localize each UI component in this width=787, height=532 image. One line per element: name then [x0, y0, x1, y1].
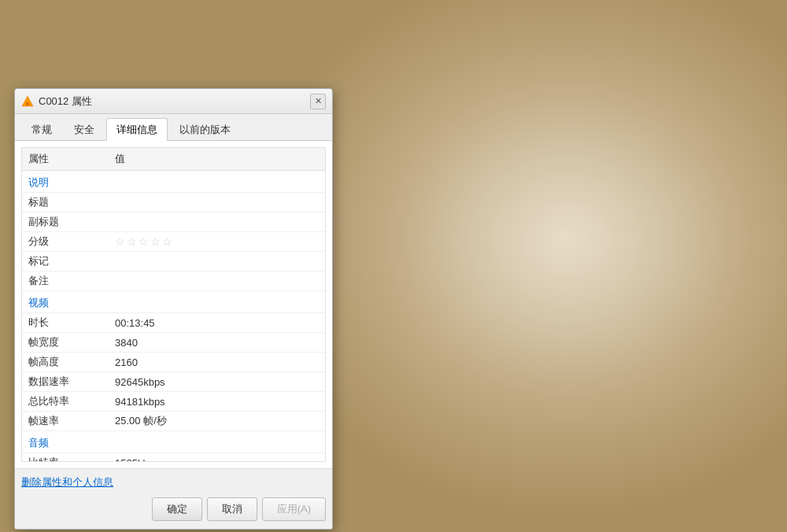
row-title: 标题 — [22, 193, 325, 212]
label-framewidth: 帧宽度 — [22, 333, 109, 353]
row-notes: 备注 — [22, 272, 325, 291]
label-tags: 标记 — [22, 252, 109, 272]
label-bitrate: 比特率 — [22, 453, 109, 463]
label-title: 标题 — [22, 193, 109, 212]
tab-versions[interactable]: 以前的版本 — [169, 118, 241, 141]
close-button[interactable]: ✕ — [310, 94, 326, 109]
tab-general[interactable]: 常规 — [21, 118, 62, 141]
apply-button[interactable]: 应用(A) — [262, 497, 326, 521]
label-duration: 时长 — [22, 313, 109, 333]
button-row: 确定 取消 应用(A) — [21, 497, 326, 521]
tab-security[interactable]: 安全 — [64, 118, 105, 141]
properties-window: C0012 属性 ✕ 常规 安全 详细信息 以前的版本 属性 值 说明 — [14, 88, 333, 530]
value-framewidth: 3840 — [109, 333, 325, 353]
value-frameheight: 2160 — [109, 353, 325, 372]
title-bar-left: C0012 属性 — [21, 94, 92, 109]
row-framerate: 帧速率 25.00 帧/秒 — [22, 412, 325, 431]
value-bitrate: 1535kbps — [109, 453, 325, 463]
value-duration: 00:13:45 — [109, 313, 325, 333]
details-table-container[interactable]: 属性 值 说明 标题 副标题 — [21, 147, 326, 462]
section-description-label: 说明 — [22, 171, 109, 193]
label-frameheight: 帧高度 — [22, 353, 109, 372]
value-subtitle — [109, 212, 325, 232]
ok-button[interactable]: 确定 — [152, 497, 202, 521]
svg-rect-1 — [26, 102, 29, 105]
label-totalbitrate: 总比特率 — [22, 392, 109, 412]
value-framerate: 25.00 帧/秒 — [109, 412, 325, 431]
row-frameheight: 帧高度 2160 — [22, 353, 325, 372]
section-video-label: 视频 — [22, 291, 109, 313]
section-audio: 音频 — [22, 431, 325, 453]
window-title: C0012 属性 — [39, 94, 92, 109]
value-rating: ☆☆☆☆☆ — [109, 232, 325, 252]
label-notes: 备注 — [22, 272, 109, 291]
row-rating: 分级 ☆☆☆☆☆ — [22, 232, 325, 252]
col-property-header: 属性 — [22, 148, 109, 171]
section-description: 说明 — [22, 171, 325, 193]
row-tags: 标记 — [22, 252, 325, 272]
value-datarate: 92645kbps — [109, 372, 325, 392]
value-totalbitrate: 94181kbps — [109, 392, 325, 412]
title-bar: C0012 属性 ✕ — [15, 89, 332, 114]
label-framerate: 帧速率 — [22, 412, 109, 431]
content-area: 属性 值 说明 标题 副标题 — [15, 141, 332, 468]
section-video: 视频 — [22, 291, 325, 313]
value-title — [109, 193, 325, 212]
row-subtitle: 副标题 — [22, 212, 325, 232]
row-framewidth: 帧宽度 3840 — [22, 333, 325, 353]
value-notes — [109, 272, 325, 291]
row-bitrate: 比特率 1535kbps — [22, 453, 325, 463]
details-table: 属性 值 说明 标题 副标题 — [22, 148, 325, 462]
cancel-button[interactable]: 取消 — [207, 497, 257, 521]
bottom-area: 删除属性和个人信息 确定 取消 应用(A) — [15, 468, 332, 529]
tab-bar: 常规 安全 详细信息 以前的版本 — [15, 114, 332, 141]
section-audio-label: 音频 — [22, 431, 109, 453]
value-tags — [109, 252, 325, 272]
delete-properties-link[interactable]: 删除属性和个人信息 — [21, 474, 326, 491]
label-rating: 分级 — [22, 232, 109, 252]
col-value-header: 值 — [109, 148, 325, 171]
tab-details[interactable]: 详细信息 — [106, 118, 168, 141]
row-duration: 时长 00:13:45 — [22, 313, 325, 333]
row-totalbitrate: 总比特率 94181kbps — [22, 392, 325, 412]
vlc-icon — [21, 95, 34, 108]
row-datarate: 数据速率 92645kbps — [22, 372, 325, 392]
label-subtitle: 副标题 — [22, 212, 109, 232]
star-rating: ☆☆☆☆☆ — [115, 235, 174, 248]
label-datarate: 数据速率 — [22, 372, 109, 392]
